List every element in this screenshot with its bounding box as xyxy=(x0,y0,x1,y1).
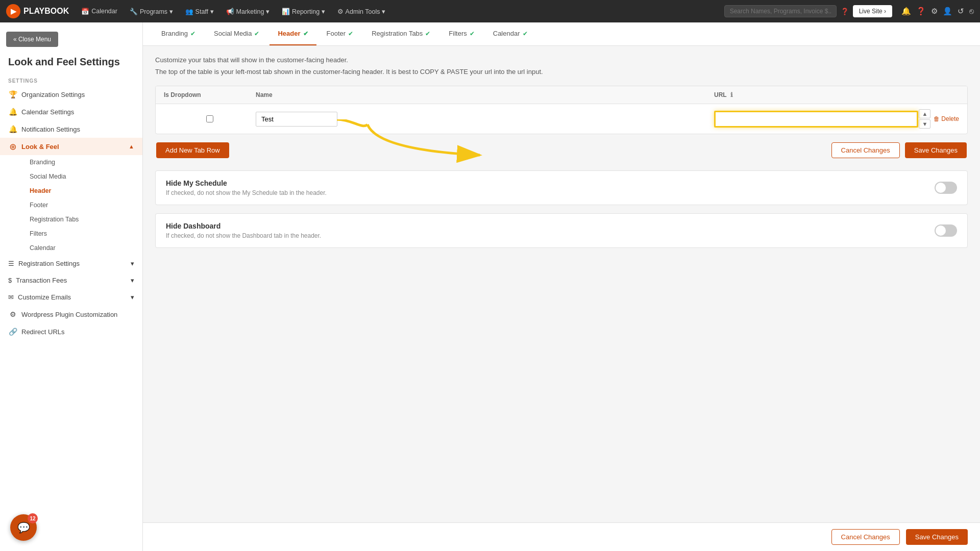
sidebar-item-customize-emails[interactable]: ✉ Customize Emails ▾ xyxy=(0,289,142,306)
check-icon-registration: ✔ xyxy=(425,30,430,37)
hide-schedule-title: Hide My Schedule xyxy=(166,179,327,187)
help-icon[interactable]: ❓ xyxy=(841,8,849,15)
name-cell xyxy=(256,112,714,127)
table-header: Is Dropdown Name URL ℹ xyxy=(156,86,967,104)
cancel-changes-inline-button[interactable]: Cancel Changes xyxy=(831,142,900,158)
chat-badge[interactable]: 💬 12 xyxy=(10,514,37,541)
sidebar-item-transaction-fees[interactable]: $ Transaction Fees ▾ xyxy=(0,272,142,289)
chevron-up-icon: ▲ xyxy=(129,143,134,149)
registration-icon: ☰ xyxy=(8,260,14,267)
save-changes-footer-button[interactable]: Save Changes xyxy=(906,529,968,545)
trophy-icon: 🏆 xyxy=(8,90,17,98)
user-icon[interactable]: 👤 xyxy=(943,7,952,16)
col-actions xyxy=(918,91,959,98)
url-input[interactable] xyxy=(714,111,918,128)
nav-staff[interactable]: 👥 Staff ▾ xyxy=(181,6,218,17)
row-actions: ▲ ▼ 🗑 Delete xyxy=(918,109,959,129)
tab-social-media[interactable]: Social Media ✔ xyxy=(206,22,267,45)
check-icon-filters: ✔ xyxy=(470,30,475,37)
nav-marketing[interactable]: 📢 Marketing ▾ xyxy=(222,6,274,17)
sidebar-item-notification-settings[interactable]: 🔔 Notification Settings xyxy=(0,120,142,138)
sidebar-item-look-and-feel[interactable]: ◎ Look & Feel ▲ xyxy=(0,138,142,155)
sidebar-sub-header[interactable]: Header xyxy=(21,184,142,198)
chevron-down-icon: ▾ xyxy=(131,260,134,267)
search-input[interactable] xyxy=(724,5,837,17)
is-dropdown-checkbox[interactable] xyxy=(206,115,213,122)
check-icon-footer: ✔ xyxy=(348,30,353,37)
cancel-changes-footer-button[interactable]: Cancel Changes xyxy=(831,529,900,545)
hide-schedule-toggle[interactable] xyxy=(935,182,957,194)
tab-registration-tabs[interactable]: Registration Tabs ✔ xyxy=(363,22,438,45)
check-icon-branding: ✔ xyxy=(190,30,195,37)
col-dropdown: Is Dropdown xyxy=(164,91,256,98)
bell-icon: 🔔 xyxy=(8,108,17,116)
link-icon: 🔗 xyxy=(8,328,17,336)
chat-notification-count: 12 xyxy=(28,513,38,523)
check-icon-calendar: ✔ xyxy=(523,30,528,37)
close-menu-button[interactable]: « Close Menu xyxy=(6,32,58,47)
sidebar-item-redirect-urls[interactable]: 🔗 Redirect URLs xyxy=(0,323,142,340)
check-icon-header: ✔ xyxy=(303,30,308,37)
tab-branding[interactable]: Branding ✔ xyxy=(153,22,204,45)
toggle-slider-dashboard xyxy=(935,224,957,237)
sidebar-item-registration-settings[interactable]: ☰ Registration Settings ▾ xyxy=(0,255,142,272)
notification-bell-icon: 🔔 xyxy=(8,125,17,133)
section-description-2: The top of the table is your left-most t… xyxy=(155,68,968,76)
col-name: Name xyxy=(256,91,714,98)
logo[interactable]: ▶ PLAYBOOK xyxy=(6,4,69,18)
trash-icon: 🗑 xyxy=(934,115,940,122)
help-circle-icon[interactable]: ❓ xyxy=(916,7,926,16)
look-and-feel-icon: ◎ xyxy=(8,142,17,151)
nav-admin-tools[interactable]: ⚙ Admin Tools ▾ xyxy=(333,6,389,17)
hide-dashboard-section: Hide Dashboard If checked, do not show t… xyxy=(155,213,968,248)
settings-section-label: SETTINGS xyxy=(0,74,142,86)
hide-dashboard-title: Hide Dashboard xyxy=(166,222,321,230)
footer-bar: Cancel Changes Save Changes xyxy=(143,522,980,551)
nav-calendar[interactable]: 📅 Calendar xyxy=(77,6,121,17)
tab-footer[interactable]: Footer ✔ xyxy=(318,22,362,45)
sidebar-sub-filters[interactable]: Filters xyxy=(21,227,142,241)
name-input[interactable] xyxy=(256,112,337,127)
sidebar-item-wordpress[interactable]: ⚙ Wordpress Plugin Customization xyxy=(0,306,142,323)
settings-icon[interactable]: ⚙ xyxy=(931,7,938,16)
history-icon[interactable]: ↺ xyxy=(958,7,964,16)
sidebar-sub-registration-tabs[interactable]: Registration Tabs xyxy=(21,212,142,227)
tab-filters[interactable]: Filters ✔ xyxy=(440,22,482,45)
dropdown-checkbox-cell xyxy=(164,115,256,122)
sidebar-item-organization-settings[interactable]: 🏆 Organization Settings xyxy=(0,86,142,103)
sidebar-sub-branding[interactable]: Branding xyxy=(21,155,142,169)
hide-schedule-desc: If checked, do not show the My Schedule … xyxy=(166,189,327,196)
logo-icon: ▶ xyxy=(6,4,20,18)
logo-text: PLAYBOOK xyxy=(23,7,69,16)
tabs-bar: Branding ✔ Social Media ✔ Header ✔ Foote… xyxy=(143,22,980,46)
url-info-icon[interactable]: ℹ xyxy=(730,91,733,98)
url-cell xyxy=(714,111,918,128)
toggle-slider-schedule xyxy=(935,182,957,194)
tab-calendar[interactable]: Calendar ✔ xyxy=(485,22,536,45)
check-icon-social: ✔ xyxy=(254,30,259,37)
sidebar-sub-footer[interactable]: Footer xyxy=(21,198,142,212)
nav-reporting[interactable]: 📊 Reporting ▾ xyxy=(278,6,329,17)
move-down-button[interactable]: ▼ xyxy=(919,119,930,129)
move-up-button[interactable]: ▲ xyxy=(919,109,930,118)
main-content: Customize your tabs that will show in th… xyxy=(143,46,980,522)
add-new-tab-row-button[interactable]: Add New Tab Row xyxy=(156,142,229,158)
topnav: ▶ PLAYBOOK 📅 Calendar 🔧 Programs ▾ 👥 Sta… xyxy=(0,0,980,22)
logout-icon[interactable]: ⎋ xyxy=(969,7,974,16)
sidebar-item-calendar-settings[interactable]: 🔔 Calendar Settings xyxy=(0,103,142,120)
chevron-down-icon-2: ▾ xyxy=(131,277,134,284)
save-changes-inline-button[interactable]: Save Changes xyxy=(905,142,967,158)
sidebar-sub-social-media[interactable]: Social Media xyxy=(21,169,142,184)
live-site-button[interactable]: Live Site › xyxy=(853,5,892,17)
notifications-icon[interactable]: 🔔 xyxy=(901,7,911,16)
sidebar-sub-calendar[interactable]: Calendar xyxy=(21,241,142,255)
section-description-1: Customize your tabs that will show in th… xyxy=(155,56,968,64)
hide-dashboard-toggle[interactable] xyxy=(935,224,957,237)
delete-row-button[interactable]: 🗑 Delete xyxy=(934,115,959,122)
wordpress-icon: ⚙ xyxy=(8,310,17,318)
email-icon: ✉ xyxy=(8,293,14,301)
tab-header[interactable]: Header ✔ xyxy=(270,22,316,45)
hide-my-schedule-section: Hide My Schedule If checked, do not show… xyxy=(155,170,968,205)
dollar-icon: $ xyxy=(8,277,12,284)
nav-programs[interactable]: 🔧 Programs ▾ xyxy=(126,6,177,17)
